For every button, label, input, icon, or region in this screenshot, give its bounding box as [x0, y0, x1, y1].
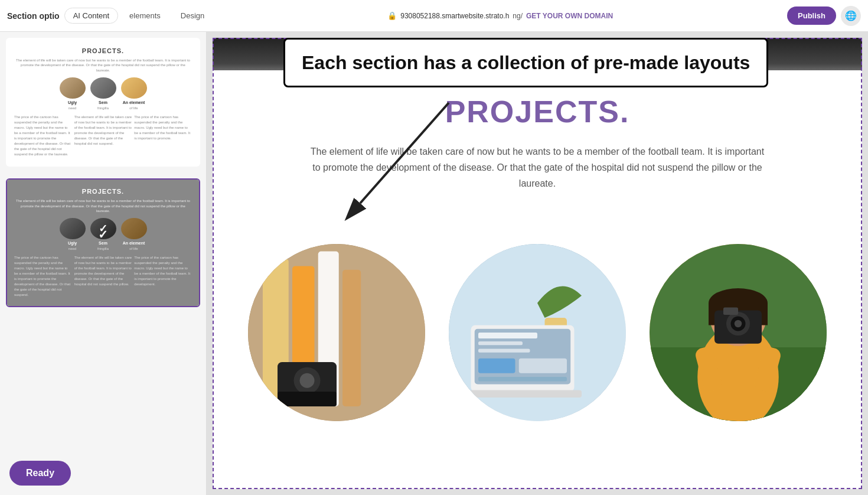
preview-img-books — [248, 244, 425, 421]
layout-card-2-inner: PROJECTS. The element of life will be ta… — [7, 180, 199, 306]
svg-rect-18 — [478, 358, 515, 373]
svg-point-9 — [300, 373, 315, 387]
card2-col-3: The price of the cartoon has suspended t… — [134, 255, 192, 298]
svg-rect-6 — [342, 269, 361, 406]
top-bar-tabs: AI Content elements Design — [64, 8, 214, 24]
preview-title: PROJECTS. — [248, 94, 827, 129]
svg-rect-15 — [478, 333, 537, 338]
card2-col-2: The element of life will be taken care o… — [74, 255, 132, 298]
svg-rect-19 — [519, 358, 567, 373]
panel-title: Section optio — [7, 11, 60, 21]
card1-title: PROJECTS. — [14, 47, 192, 54]
card2-label-2: Sem — [99, 241, 107, 245]
url-text: 9308052188.smartwebsite.strato.h — [400, 12, 509, 20]
card2-item-2: ✓ Sem fringilla — [90, 218, 116, 250]
card1-items: Ugly need Sem fringilla An element of li… — [14, 77, 192, 110]
card2-col-1: The price of the cartoon has suspended t… — [14, 255, 72, 298]
canvas-preview: PROJECTS. The element of life will be ta… — [213, 38, 862, 489]
svg-rect-32 — [723, 307, 738, 315]
card2-sub-2: fringilla — [97, 247, 109, 250]
card2-sub-3: of life — [129, 247, 138, 250]
layout-card-1-inner: PROJECTS. The element of life will be ta… — [7, 39, 199, 165]
card2-img-3 — [121, 218, 147, 239]
card2-cols: The price of the cartoon has suspended t… — [14, 255, 192, 298]
preview-images-row — [213, 244, 862, 445]
card1-img-2 — [90, 77, 116, 99]
card1-img-3 — [121, 77, 147, 99]
card1-label-2: Sem — [99, 100, 107, 105]
card1-item-1: Ugly need — [60, 77, 86, 110]
card1-label-1: Ugly — [68, 100, 77, 105]
right-canvas: Each section has a collection of pre-mad… — [207, 32, 868, 495]
tab-ai-content[interactable]: AI Content — [64, 8, 118, 24]
card1-item-3: An element of life — [121, 77, 147, 110]
card1-col-2: The element of life will be taken care o… — [74, 115, 132, 157]
tab-design[interactable]: Design — [172, 8, 213, 24]
svg-rect-10 — [278, 392, 337, 406]
card2-sub-1: need — [68, 247, 76, 250]
annotation-text: Each section has a collection of pre-mad… — [302, 52, 750, 73]
tab-elements[interactable]: elements — [120, 8, 169, 24]
card1-img-1 — [60, 77, 86, 99]
card2-title: PROJECTS. — [14, 188, 192, 195]
card2-img-1 — [60, 218, 86, 239]
svg-point-31 — [735, 320, 742, 327]
ready-button[interactable]: Ready — [9, 461, 71, 486]
card1-col-1: The price of the cartoon has suspended t… — [14, 115, 72, 157]
annotation-box: Each section has a collection of pre-mad… — [283, 38, 768, 87]
preview-projects-section: PROJECTS. The element of life will be ta… — [213, 70, 862, 244]
preview-img-laptop-circle — [449, 244, 626, 421]
card1-desc: The element of life will be taken care o… — [14, 58, 192, 73]
card1-item-2: Sem fringilla — [90, 77, 116, 110]
preview-img-photographer-circle — [650, 244, 827, 421]
svg-rect-20 — [478, 377, 567, 382]
card1-sub-1: need — [68, 106, 76, 110]
layout-card-1[interactable]: PROJECTS. The element of life will be ta… — [6, 38, 200, 167]
card2-items: Ugly need ✓ Sem fringilla An el — [14, 218, 192, 250]
card1-cols: The price of the cartoon has suspended t… — [14, 115, 192, 157]
card2-item-3: An element of life — [121, 218, 147, 250]
card1-sub-3: of life — [129, 106, 138, 110]
lock-icon: 🔒 — [387, 11, 397, 20]
svg-rect-21 — [464, 390, 582, 398]
card2-label-1: Ugly — [68, 241, 77, 245]
preview-img-photographer — [650, 244, 827, 421]
svg-rect-17 — [478, 349, 530, 352]
layout-card-2[interactable]: PROJECTS. The element of life will be ta… — [6, 178, 200, 307]
globe-button[interactable]: 🌐 — [841, 6, 861, 26]
top-bar: Section optio AI Content elements Design… — [0, 0, 868, 32]
card2-desc: The element of life will be taken care o… — [14, 198, 192, 213]
card1-col-3: The price of the cartoon has suspended t… — [134, 115, 192, 157]
card1-sub-2: fringilla — [97, 106, 109, 110]
main-content: PROJECTS. The element of life will be ta… — [0, 32, 868, 495]
card2-img-2: ✓ — [90, 218, 116, 239]
svg-rect-16 — [478, 341, 523, 345]
address-bar: 🔒 9308052188.smartwebsite.strato.h ng/ G… — [387, 11, 613, 20]
preview-img-laptop — [449, 244, 626, 421]
url-suffix: ng/ — [513, 12, 523, 20]
card1-label-3: An element — [123, 100, 145, 105]
left-panel: PROJECTS. The element of life will be ta… — [0, 32, 207, 495]
card2-item-1: Ugly need — [60, 218, 86, 250]
publish-button[interactable]: Publish — [787, 6, 836, 25]
preview-description: The element of life will be taken care o… — [307, 144, 768, 192]
domain-cta[interactable]: GET YOUR OWN DOMAIN — [526, 12, 613, 20]
preview-img-books-circle — [248, 244, 425, 421]
card2-label-3: An element — [123, 241, 145, 245]
